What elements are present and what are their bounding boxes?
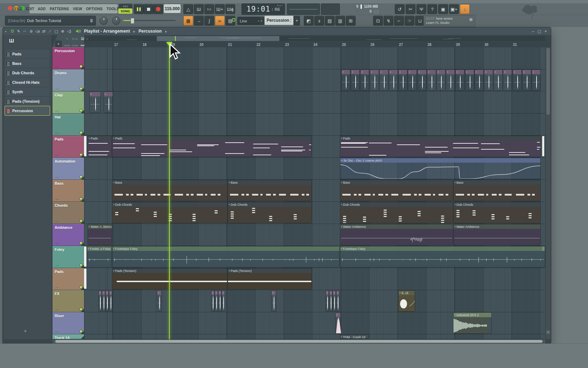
help-button[interactable]: ? bbox=[427, 4, 437, 14]
audio-clip[interactable]: » bbox=[211, 290, 215, 312]
add-view-button[interactable]: + bbox=[55, 41, 62, 47]
track-row-fx[interactable]: »S..ck»»»»»»»»»»»»»» bbox=[84, 290, 545, 312]
audio-clip[interactable]: » bbox=[218, 290, 222, 312]
select-icon[interactable]: ▢ bbox=[53, 29, 59, 34]
playlist-grid[interactable]: »»»»»»»»»»»»»»»»»»»»»»»≡Pads≡Pads≡Pads∞3… bbox=[84, 47, 545, 339]
audio-clip[interactable]: » bbox=[455, 69, 464, 91]
pattern-clip[interactable]: ≡Bass bbox=[340, 180, 453, 201]
channel-rack-button[interactable]: ɜ bbox=[314, 16, 324, 26]
news-panel[interactable]: 02-07New series: Learn FL Studio ⊕ bbox=[424, 15, 475, 27]
window-minimize-button[interactable]: – bbox=[530, 29, 536, 33]
pattern-nav-button[interactable]: ▸ bbox=[259, 17, 264, 25]
track-row-automation[interactable]: ∞3x Osc - Osc 2 coarse pitch bbox=[84, 158, 545, 180]
pattern-selector[interactable]: Percussion ▴▾ bbox=[265, 16, 293, 25]
audio-clip[interactable]: » bbox=[532, 69, 541, 91]
track-row-bass[interactable]: ≡Bass≡Bass≡Bass≡Bass bbox=[84, 180, 545, 202]
pattern-clip[interactable]: ≡Bass bbox=[112, 180, 227, 201]
step-edit-button[interactable]: → bbox=[194, 16, 204, 26]
delete-icon[interactable]: ⊘ bbox=[28, 29, 34, 34]
audio-clip[interactable]: »Footsteps Foley bbox=[112, 246, 340, 267]
audio-clip[interactable]: » bbox=[351, 69, 360, 91]
playlist-titlebar[interactable]: ▸ Ω ✎✏⊘◁x⇄∕▢⊕◁) Playlist - Arrangement ▸… bbox=[3, 27, 551, 35]
track-led[interactable] bbox=[79, 175, 83, 178]
audio-clip[interactable]: » bbox=[336, 290, 340, 312]
track-led[interactable] bbox=[79, 197, 83, 200]
mixer-button[interactable]: ▥ bbox=[335, 16, 345, 26]
paint-icon[interactable]: ✏ bbox=[22, 29, 28, 34]
track-row-pads[interactable]: ≡Pads (Tension)≡Pads (Tension) bbox=[84, 268, 545, 290]
automation-clip[interactable]: ∞3x Osc - Osc 2 coarse pitch bbox=[340, 158, 541, 179]
audio-clip[interactable]: » bbox=[341, 69, 350, 91]
pattern-clip[interactable]: ≡Dub Chords bbox=[453, 202, 541, 223]
audio-clip[interactable]: » bbox=[427, 69, 436, 91]
track-row-foley[interactable]: »Footst..s Foley»Footsteps Foley»Footste… bbox=[84, 246, 545, 268]
pattern-clip[interactable]: ≡Bass bbox=[453, 180, 541, 201]
save-button[interactable]: ▣ bbox=[438, 4, 448, 14]
cpu-graph-panel[interactable] bbox=[321, 4, 340, 15]
cut-button[interactable]: ✂ bbox=[406, 4, 415, 14]
audio-clip[interactable]: » bbox=[102, 290, 105, 312]
track-row-percussion[interactable] bbox=[84, 47, 545, 69]
audio-clip[interactable]: » bbox=[332, 290, 336, 312]
link-button[interactable]: ∞ bbox=[215, 16, 225, 26]
pattern-clip[interactable]: ≡Bass bbox=[227, 180, 312, 201]
timeline-scrollbar[interactable] bbox=[90, 36, 545, 41]
audio-clip[interactable]: » bbox=[436, 69, 446, 91]
track-row-clap[interactable]: »» bbox=[84, 91, 545, 114]
close-traffic-light[interactable] bbox=[8, 6, 12, 11]
track-led[interactable] bbox=[79, 153, 83, 156]
audio-clip[interactable]: »THM - Crash 10 bbox=[340, 334, 369, 339]
breadcrumb-sub[interactable]: Percussion bbox=[139, 29, 162, 34]
slip-icon[interactable]: ⇄ bbox=[41, 29, 47, 34]
record-audio-button[interactable]: Ψ bbox=[416, 4, 426, 14]
vertical-scrollbar[interactable]: ▾ bbox=[545, 47, 551, 339]
track-row-riser[interactable]: »»Industrial SFX 2 bbox=[84, 312, 545, 334]
add-track-button[interactable]: + bbox=[24, 328, 27, 334]
audio-clip[interactable]: » bbox=[370, 69, 379, 91]
wait-for-input-button[interactable]: Ш bbox=[194, 4, 204, 14]
audio-clip[interactable]: » bbox=[329, 290, 332, 312]
slice-icon[interactable]: ∕ bbox=[47, 29, 53, 34]
pattern-list-item[interactable]: Pads bbox=[5, 49, 50, 59]
audio-clip[interactable]: » bbox=[418, 69, 427, 91]
shuffle-slider[interactable] bbox=[123, 18, 176, 23]
slider-handle[interactable] bbox=[131, 18, 134, 24]
audio-clip[interactable]: » bbox=[360, 69, 369, 91]
audio-clip[interactable]: » bbox=[157, 290, 162, 312]
pattern-list-item[interactable]: Dub Chords bbox=[5, 68, 50, 78]
hscroll-handle[interactable] bbox=[55, 340, 542, 343]
window-close-button[interactable]: × bbox=[542, 29, 549, 33]
picker-panel-button[interactable]: ◩ bbox=[304, 16, 314, 26]
track-row-ambiance[interactable]: »Water A..bience»Water Ambience»Water Am… bbox=[84, 224, 545, 246]
audio-clip[interactable]: » bbox=[271, 290, 276, 312]
undo-button[interactable]: ↺ bbox=[395, 4, 405, 14]
slide-notes-button[interactable]: ʃ bbox=[204, 16, 214, 26]
pattern-clip[interactable]: ≡Pads (Tension) bbox=[227, 268, 312, 289]
pattern-clip[interactable]: ≡Pads (Tension) bbox=[112, 268, 227, 289]
track-row-chords[interactable]: ≡Dub Chords≡Dub Chords≡Dub Chords≡Dub Ch… bbox=[84, 202, 545, 224]
menu-item-edit[interactable]: EDIT bbox=[26, 7, 34, 11]
audio-clip[interactable]: » bbox=[465, 69, 474, 91]
zoom-icon[interactable]: ⊕ bbox=[59, 29, 66, 34]
audio-clip[interactable]: » bbox=[522, 69, 531, 91]
window-maximize-button[interactable]: ▢ bbox=[536, 29, 542, 34]
pattern-clip[interactable]: ≡Dub Chords bbox=[340, 202, 453, 223]
menu-item-view[interactable]: VIEW bbox=[73, 7, 82, 11]
audio-clip[interactable]: » bbox=[493, 69, 503, 91]
pattern-clip[interactable]: ≡Pads bbox=[112, 136, 312, 157]
time-display[interactable]: 19:01 : 06 B:S:T bbox=[241, 4, 285, 15]
audio-clip[interactable]: »Water A..bience bbox=[88, 224, 112, 245]
pattern-list-item[interactable]: Synth bbox=[5, 87, 50, 97]
timeline-ruler[interactable]: 171819202122232425262728293031 bbox=[84, 42, 545, 48]
master-pitch-knob[interactable] bbox=[112, 16, 120, 25]
menu-item-tools[interactable]: TOOLS bbox=[106, 7, 119, 11]
pattern-clip[interactable]: ≡Dub Chords bbox=[112, 202, 227, 223]
pattern-list-item[interactable]: Pads (Tension) bbox=[5, 96, 50, 106]
track-led[interactable] bbox=[79, 109, 83, 112]
horizontal-scrollbar[interactable] bbox=[52, 339, 545, 343]
audio-clip[interactable]: » bbox=[222, 290, 225, 312]
tab-chan[interactable]: o–oCHAN bbox=[71, 36, 78, 47]
track-led[interactable] bbox=[79, 286, 83, 289]
hint-button[interactable]: ⌐ bbox=[394, 16, 404, 26]
audio-clip[interactable]: »S..ck bbox=[398, 290, 415, 312]
